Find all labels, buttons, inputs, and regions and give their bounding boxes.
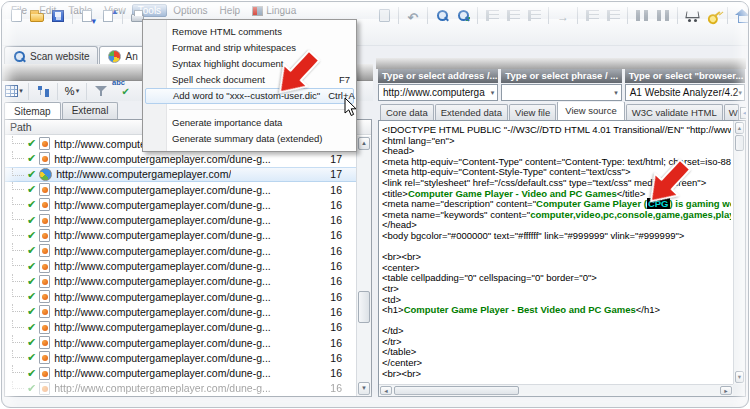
tree-branch-icon	[12, 289, 24, 297]
right-panel-gradient-bar	[376, 58, 746, 69]
page-icon	[39, 382, 50, 395]
source-hscroll-thumb[interactable]	[394, 386, 519, 395]
combobox-value: A1 Website Analyzer/4.2	[630, 87, 739, 98]
sitemap-row[interactable]: ✔http://www.computergameplayer.com/dune-…	[5, 212, 356, 227]
source-scroll-left-button[interactable]: ◄	[380, 386, 392, 395]
source-text: <center>	[382, 262, 420, 273]
chevron-down-icon: ▾	[491, 89, 495, 97]
source-vscroll-thumb[interactable]	[735, 135, 744, 151]
sitemap-row[interactable]: ✔http://www.computergameplayer.com/dune-…	[5, 365, 356, 380]
menu-item-label: Remove HTML comments	[172, 24, 282, 40]
tab-an[interactable]: An	[99, 46, 146, 65]
key-button[interactable]	[703, 6, 723, 26]
tab-view-file[interactable]: View file	[509, 104, 556, 120]
search-button[interactable]	[432, 6, 452, 26]
menu-item-remove-html-comments[interactable]: Remove HTML comments	[143, 24, 356, 40]
menu-help[interactable]: Help	[214, 4, 247, 17]
tab-core-data[interactable]: Core data	[380, 104, 434, 120]
tab-external[interactable]: External	[62, 102, 119, 119]
filter-funnel-button[interactable]	[92, 82, 110, 100]
tree-branch-icon	[12, 274, 24, 282]
sitemap-row[interactable]: ✔http://www.computergameplayer.com/dune-…	[5, 320, 356, 335]
percent-button[interactable]: %▾	[63, 82, 81, 100]
sitemap-row[interactable]: ✔http://www.computergameplayer.com/dune-…	[5, 304, 356, 319]
sitemap-row[interactable]: ✔http://www.computergameplayer.com/dune-…	[5, 350, 356, 365]
page-icon	[39, 137, 50, 150]
scrollbar-thumb[interactable]	[358, 291, 370, 323]
tree-branch-icon	[12, 335, 24, 343]
toolbar-separator	[577, 7, 578, 24]
save-button[interactable]	[48, 6, 68, 26]
tab-sitemap[interactable]: Sitemap	[4, 102, 61, 119]
score-cell: 16	[300, 214, 342, 226]
filter-combobox[interactable]: A1 Website Analyzer/4.2▾	[625, 84, 745, 101]
shift-right-icon	[607, 10, 620, 21]
view-grid-button[interactable]: ▾	[5, 82, 23, 100]
menu-item-generate-summary-data-extended[interactable]: Generate summary data (extended)	[143, 131, 356, 147]
menu-options[interactable]: Options	[167, 4, 213, 17]
open-folder-button[interactable]	[27, 6, 47, 26]
home-button[interactable]	[732, 6, 749, 26]
tab-w[interactable]: W	[724, 104, 739, 120]
undo-button[interactable]	[403, 6, 423, 26]
page-icon	[39, 183, 50, 196]
list-structure-3-button[interactable]	[524, 6, 544, 26]
shift-left-button[interactable]	[582, 6, 602, 26]
menu-lingua[interactable]: Lingua	[246, 4, 302, 17]
tab-scroll-left-button[interactable]: ◄	[740, 107, 746, 119]
menu-item-label: Format and strip whitespaces	[172, 40, 296, 56]
tab-label: An	[125, 51, 137, 62]
list-scrollbar[interactable]: ▲ ▼	[356, 136, 371, 396]
source-text: <h1>	[382, 304, 404, 315]
source-scroll-up-button[interactable]: ▲	[735, 122, 744, 134]
new-document-button[interactable]	[6, 6, 26, 26]
tab-w3c-validate-html[interactable]: W3C validate HTML	[626, 104, 723, 120]
sitemap-row[interactable]: ✔http://www.computergameplayer.com/dune-…	[5, 151, 356, 166]
scroll-up-button[interactable]: ▲	[358, 137, 370, 150]
source-vertical-scrollbar[interactable]: ▲ ▼	[733, 121, 745, 384]
tab-scan-website[interactable]: Scan website	[4, 46, 98, 65]
url-cell: http://www.computergameplayer.com/	[56, 168, 231, 180]
source-scroll-right-button[interactable]: ►	[720, 386, 732, 395]
source-horizontal-scrollbar[interactable]: ◄ ►	[379, 384, 733, 396]
block-right-button[interactable]	[653, 6, 673, 26]
shift-right-button[interactable]	[603, 6, 623, 26]
scroll-down-button[interactable]: ▼	[358, 382, 370, 395]
tab-extended-data[interactable]: Extended data	[435, 104, 508, 120]
sitemap-row[interactable]: ✔http://www.computergameplayer.com/dune-…	[5, 243, 356, 258]
menu-item-add-word-to-xxx-custom-user-dic[interactable]: Add word to "xxx--custom-user.dic"Ctrl+A	[145, 88, 354, 104]
screenshot-frame: FileEditTableViewToolsOptionsHelpLingua …	[0, 0, 750, 409]
export-document-button[interactable]	[98, 6, 118, 26]
sitemap-row[interactable]: ✔http://www.computergameplayer.com/dune-…	[5, 228, 356, 243]
menu-item-spell-check-document[interactable]: Spell check documentF7	[143, 72, 356, 88]
score-cell: 16	[300, 382, 342, 394]
import-document-button[interactable]	[77, 6, 97, 26]
menu-item-generate-importance-data[interactable]: Generate importance data	[143, 115, 356, 131]
block-left-button[interactable]	[632, 6, 652, 26]
filter-combobox[interactable]: http://www.computerga▾	[378, 84, 498, 101]
sitemap-row[interactable]: ✔http://www.computergameplayer.com/dune-…	[5, 289, 356, 304]
tab-view-source[interactable]: View source	[557, 102, 625, 120]
document-gray-button[interactable]	[374, 6, 394, 26]
sitemap-row[interactable]: ✔http://www.computergameplayer.com/17	[5, 167, 356, 182]
flow-arrow-button[interactable]	[553, 6, 573, 26]
cart-button[interactable]	[682, 6, 702, 26]
sitemap-row[interactable]: ✔http://www.computergameplayer.com/dune-…	[5, 258, 356, 273]
source-scroll-down-button[interactable]: ▼	[735, 371, 744, 383]
hierarchy-button[interactable]	[34, 82, 52, 100]
list-structure-2-button[interactable]	[503, 6, 523, 26]
view-grid-icon	[5, 85, 18, 97]
sitemap-row[interactable]: ✔http://www.computergameplayer.com/dune-…	[5, 335, 356, 350]
sitemap-row[interactable]: ✔http://www.computergameplayer.com/dune-…	[5, 274, 356, 289]
search-plus-button[interactable]	[453, 6, 473, 26]
sitemap-row[interactable]: ✔http://www.computergameplayer.com/dune-…	[5, 381, 356, 396]
page-icon	[39, 244, 50, 257]
check-icon: ✔	[27, 260, 36, 273]
menu-item-format-and-strip-whitespaces[interactable]: Format and strip whitespaces	[143, 40, 356, 56]
sitemap-row[interactable]: ✔http://www.computergameplayer.com/dune-…	[5, 197, 356, 212]
chevron-down-icon: ▾	[614, 89, 618, 97]
spellcheck-abc-button[interactable]	[112, 77, 130, 95]
list-structure-1-button[interactable]	[482, 6, 502, 26]
filter-combobox[interactable]: ▾	[501, 84, 621, 101]
sitemap-row[interactable]: ✔http://www.computergameplayer.com/dune-…	[5, 182, 356, 197]
